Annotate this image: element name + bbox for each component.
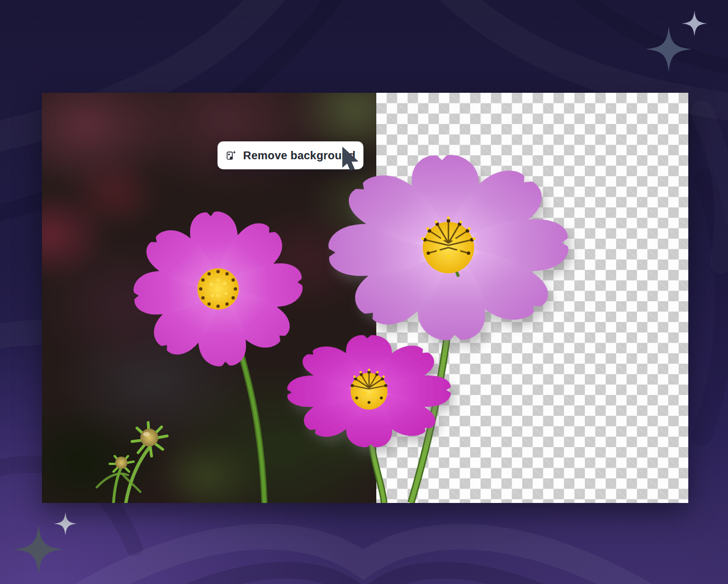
cosmos-flowers (42, 93, 688, 503)
remove-background-icon (226, 146, 237, 164)
flower-bottom (287, 335, 451, 448)
remove-background-label: Remove background (243, 149, 356, 162)
flower-buds (97, 422, 167, 503)
flower-left (132, 210, 304, 367)
remove-background-button[interactable]: Remove background (218, 141, 363, 169)
flower-top-right (328, 154, 570, 341)
